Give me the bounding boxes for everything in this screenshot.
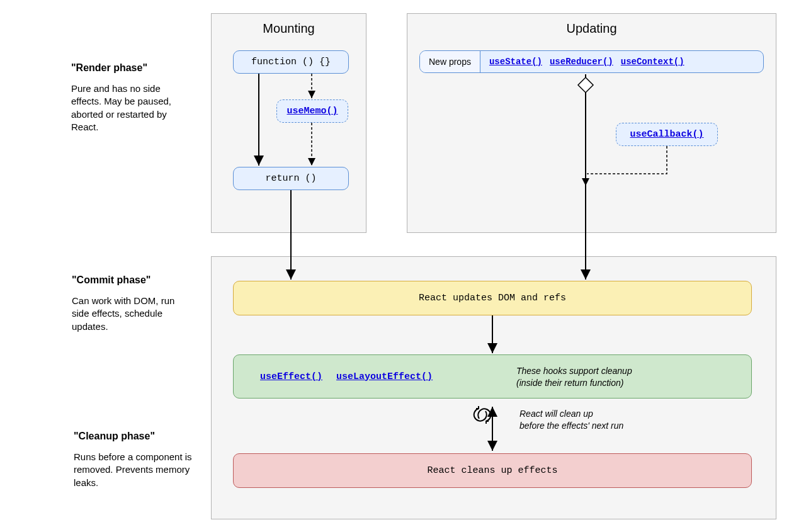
useeffect-link[interactable]: useEffect() (260, 371, 322, 382)
uselayouteffect-link[interactable]: useLayoutEffect() (336, 371, 433, 382)
usecallback-node[interactable]: useCallback() (616, 123, 718, 146)
updating-title: Updating (407, 21, 776, 36)
usereducer-link[interactable]: useReducer() (550, 57, 613, 67)
new-props-label: New props (420, 51, 480, 72)
function-node-label: function () {} (251, 57, 331, 67)
updating-panel: Updating (407, 13, 776, 233)
before-next-note: React will clean up before the effects' … (519, 408, 623, 432)
render-phase-title: "Render phase" (71, 62, 191, 74)
cleanup-phase-label: "Cleanup phase" Runs before a component … (74, 431, 193, 489)
usecontext-link[interactable]: useContext() (621, 57, 684, 67)
update-triggers-node: New props useState() useReducer() useCon… (419, 50, 764, 73)
usememo-link[interactable]: useMemo() (287, 106, 338, 116)
before-next-note-l2: before the effects' next run (519, 420, 623, 432)
commit-phase-desc: Can work with DOM, run side effects, sch… (72, 295, 191, 333)
usememo-node[interactable]: useMemo() (276, 99, 348, 123)
cleanup-node: React cleans up effects (233, 453, 752, 488)
return-node-label: return () (265, 173, 316, 184)
effects-node: useEffect() useLayoutEffect() (233, 354, 752, 399)
cleanup-label: React cleans up effects (427, 465, 557, 476)
cleanup-support-note: These hooks support cleanup (inside thei… (516, 365, 632, 389)
cleanup-phase-desc: Runs before a component is removed. Prev… (74, 451, 193, 489)
cleanup-support-note-l2: (inside their return function) (516, 377, 632, 389)
mounting-title: Mounting (212, 21, 366, 36)
render-phase-label: "Render phase" Pure and has no side effe… (71, 62, 191, 133)
commit-phase-title: "Commit phase" (72, 274, 191, 286)
mounting-panel: Mounting (211, 13, 366, 233)
usecallback-link[interactable]: useCallback() (630, 129, 703, 140)
dom-update-label: React updates DOM and refs (419, 293, 566, 303)
dom-update-node: React updates DOM and refs (233, 281, 752, 315)
cleanup-support-note-l1: These hooks support cleanup (516, 365, 632, 377)
render-phase-desc: Pure and has no side effects. May be pau… (71, 82, 191, 133)
cleanup-phase-title: "Cleanup phase" (74, 431, 193, 442)
usestate-link[interactable]: useState() (489, 57, 542, 67)
return-node: return () (233, 167, 349, 190)
commit-phase-label: "Commit phase" Can work with DOM, run si… (72, 274, 191, 333)
function-node: function () {} (233, 50, 349, 74)
before-next-note-l1: React will clean up (519, 408, 623, 420)
update-hooks-group: useState() useReducer() useContext() (480, 51, 693, 72)
